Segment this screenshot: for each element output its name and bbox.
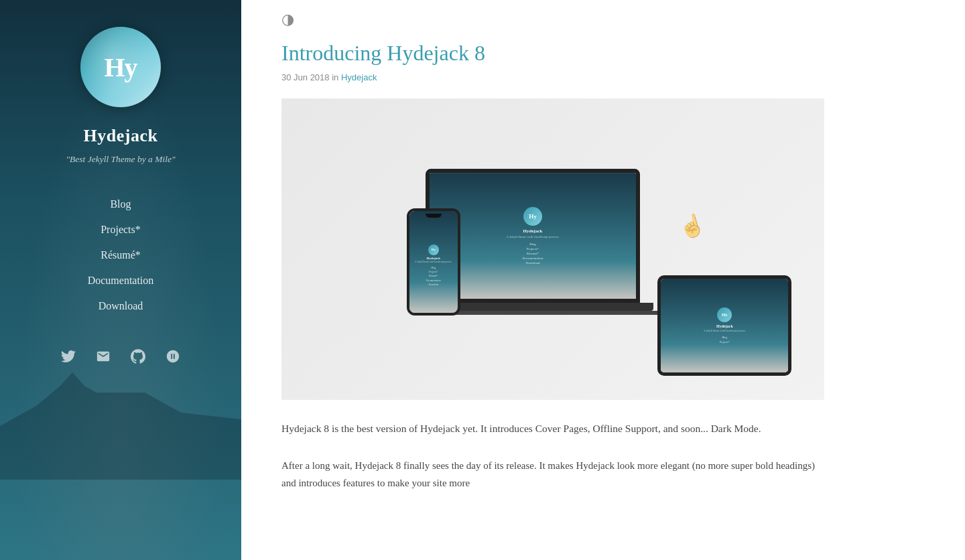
twitter-icon[interactable] [58,346,79,367]
laptop-mockup: Hy Hydejack A Jekyll theme with JavaScri… [426,169,680,315]
phone-screen: Hy Hydejack A Jekyll theme with JavaScri… [409,211,458,313]
phone-nav: Blog Projects* Résumé* Documentation Dow… [426,266,441,287]
nav-item-projects[interactable]: Projects* [13,217,228,242]
phone-mockup: Hy Hydejack A Jekyll theme with JavaScri… [407,208,460,316]
nav-item-download[interactable]: Download [13,293,228,319]
email-icon[interactable] [92,346,114,367]
post-hero-image: Hy Hydejack A Jekyll theme with JavaScri… [281,98,824,400]
laptop-bottom [426,311,680,315]
post-meta: 30 Jun 2018 in Hydejack [281,72,925,82]
avatar-initials: Hy [104,52,137,83]
post-in: in [332,72,341,82]
sidebar-content: Hy Hydejack "Best Jekyll Theme by a Mile… [13,27,228,367]
nav-item-documentation[interactable]: Documentation [13,268,228,293]
gesture-icon: ☝ [676,210,708,242]
avatar: Hy [80,27,161,107]
post-body: Hydejack 8 is the best version of Hydeja… [281,420,824,492]
tablet-avatar: Hy [717,307,732,322]
nav-menu: Blog Projects* Résumé* Documentation Dow… [13,192,228,319]
laptop-avatar: Hy [523,207,542,226]
theme-toggle-area: ◑ [281,0,925,40]
post-paragraph: After a long wait, Hydejack 8 finally se… [281,457,824,492]
github-icon[interactable] [127,346,149,367]
phone-notch [426,214,442,218]
post-date: 30 Jun 2018 [281,72,330,82]
tablet-site-name: Hydejack [716,324,733,328]
theme-toggle-icon[interactable]: ◑ [281,11,298,27]
tablet-tagline: A Jekyll theme with JavaScript powers. [704,329,746,332]
phone-body: Hy Hydejack A Jekyll theme with JavaScri… [407,208,460,316]
site-name: Hydejack [84,126,158,146]
tablet-nav: Blog Projects* [720,335,730,344]
phone-site-name: Hydejack [427,257,441,260]
post-category[interactable]: Hydejack [341,72,377,82]
laptop-tagline: A Jekyll theme with JavaScript powers. [506,235,559,238]
devices-scene: Hy Hydejack A Jekyll theme with JavaScri… [281,98,824,400]
social-icons [58,346,184,367]
laptop-nav: Blog Projects* Résumé* Documentation Dow… [523,242,543,265]
tablet-mockup: Hy Hydejack A Jekyll theme with JavaScri… [657,275,791,376]
post-title: Introducing Hydejack 8 [281,40,925,66]
sidebar: Hy Hydejack "Best Jekyll Theme by a Mile… [0,0,241,560]
laptop-site-name: Hydejack [523,228,543,234]
nav-item-blog[interactable]: Blog [13,192,228,217]
nav-item-resume[interactable]: Résumé* [13,242,228,268]
site-tagline: "Best Jekyll Theme by a Mile" [66,154,175,165]
rss-icon[interactable] [162,346,184,367]
tablet-screen: Hy Hydejack A Jekyll theme with JavaScri… [661,279,788,372]
phone-avatar: Hy [428,244,439,255]
tablet-body: Hy Hydejack A Jekyll theme with JavaScri… [657,275,791,376]
post-intro: Hydejack 8 is the best version of Hydeja… [281,420,824,437]
laptop-screen-inner: Hy Hydejack A Jekyll theme with JavaScri… [430,173,636,299]
phone-tagline: A Jekyll theme with JavaScript powers. [415,261,452,263]
main-content: ◑ Introducing Hydejack 8 30 Jun 2018 in … [241,0,965,560]
